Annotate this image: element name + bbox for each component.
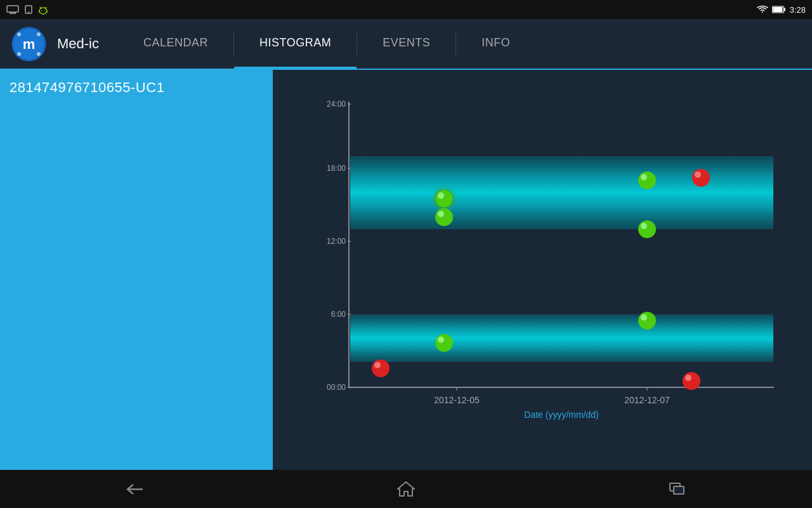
svg-text:Date (yyyy/mm/dd): Date (yyyy/mm/dd)	[524, 410, 598, 420]
sidebar: 281474976710655-UC1	[0, 70, 273, 470]
svg-text:6:00: 6:00	[331, 310, 346, 319]
svg-text:m: m	[22, 36, 35, 52]
svg-point-21	[17, 52, 21, 56]
svg-point-49	[638, 171, 656, 189]
svg-point-50	[641, 174, 647, 180]
svg-rect-14	[784, 8, 785, 11]
svg-point-47	[435, 334, 453, 352]
back-button[interactable]	[116, 476, 154, 502]
svg-point-20	[37, 32, 41, 36]
status-bar: 3:28	[0, 0, 812, 19]
wifi-icon	[757, 5, 768, 14]
battery-icon	[772, 6, 786, 13]
svg-point-19	[17, 32, 21, 36]
recents-icon	[667, 481, 686, 497]
svg-point-54	[641, 314, 647, 321]
svg-point-53	[638, 312, 656, 330]
status-bar-left	[6, 4, 48, 15]
svg-text:2012-12-07: 2012-12-07	[624, 395, 670, 405]
back-icon	[126, 481, 145, 497]
svg-point-11	[41, 10, 43, 11]
svg-point-60	[685, 375, 691, 381]
home-button[interactable]	[387, 476, 425, 502]
svg-text:00:00: 00:00	[327, 383, 346, 392]
phone-icon	[24, 5, 33, 14]
time-display: 3:28	[790, 5, 806, 15]
svg-point-22	[37, 52, 41, 56]
svg-point-57	[692, 169, 710, 187]
svg-text:2012-12-05: 2012-12-05	[434, 395, 480, 405]
svg-rect-40	[350, 156, 773, 229]
content: 281474976710655-UC1 Time (Hours)	[0, 70, 812, 470]
svg-text:18:00: 18:00	[327, 164, 346, 173]
svg-rect-15	[773, 7, 782, 12]
svg-point-48	[438, 337, 444, 343]
svg-point-46	[438, 211, 444, 217]
sidebar-id-label: 281474976710655-UC1	[10, 79, 164, 96]
svg-text:12:00: 12:00	[327, 237, 346, 246]
app-logo: m	[6, 22, 51, 66]
svg-point-56	[374, 362, 381, 368]
home-icon	[396, 480, 416, 498]
svg-rect-0	[7, 6, 18, 12]
nav-tabs: CALENDAR HISTOGRAM EVENTS INFO	[118, 19, 535, 69]
svg-point-44	[438, 192, 444, 199]
nav-bar: m Med-ic CALENDAR HISTOGRAM EVENTS INFO	[0, 19, 812, 70]
chart-area: Time (Hours)	[273, 70, 812, 470]
svg-rect-41	[350, 314, 773, 362]
svg-point-5	[28, 11, 29, 13]
histogram-chart: Time (Hours)	[311, 83, 787, 432]
svg-point-59	[683, 372, 700, 390]
svg-point-12	[44, 10, 46, 11]
svg-text:24:00: 24:00	[327, 100, 346, 109]
svg-point-52	[641, 223, 647, 229]
chart-container: Time (Hours)	[311, 83, 787, 432]
tab-events[interactable]: EVENTS	[357, 19, 455, 69]
tab-info[interactable]: INFO	[456, 19, 535, 69]
app-name: Med-ic	[57, 36, 99, 52]
svg-point-55	[372, 359, 390, 377]
svg-point-45	[435, 208, 453, 226]
svg-point-58	[695, 171, 701, 178]
bottom-nav	[0, 470, 812, 508]
android-icon	[38, 4, 48, 15]
tab-calendar[interactable]: CALENDAR	[118, 19, 233, 69]
svg-point-43	[435, 190, 453, 208]
screen-icon	[6, 5, 19, 14]
status-bar-right: 3:28	[757, 5, 806, 15]
tab-histogram[interactable]: HISTOGRAM	[234, 19, 357, 69]
svg-rect-63	[674, 486, 684, 494]
recents-button[interactable]	[658, 476, 696, 502]
svg-point-51	[638, 220, 656, 238]
